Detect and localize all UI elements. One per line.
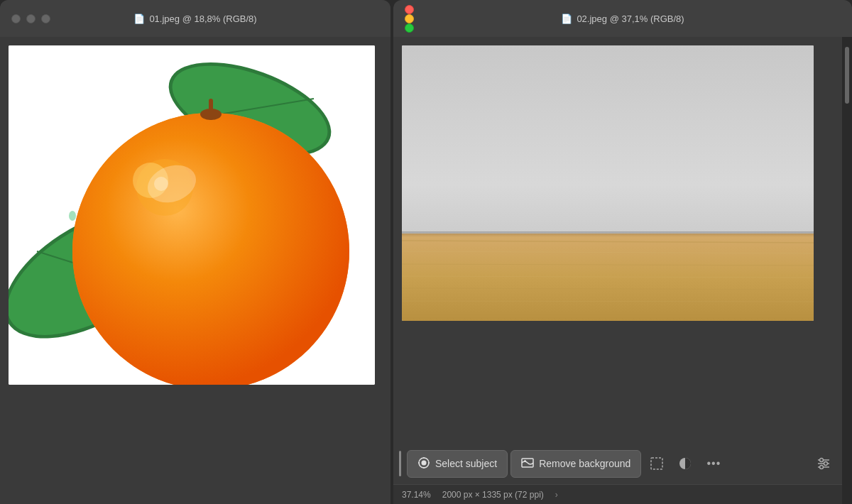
toolbar: Select subject Remove background [393, 443, 842, 484]
svg-rect-15 [209, 99, 213, 120]
window-title-right: 📄 02.jpeg @ 37,1% (RGB/8) [561, 13, 684, 24]
crop-icon [650, 456, 664, 471]
more-options-icon: ••• [706, 457, 721, 470]
canvas-right [393, 37, 842, 443]
svg-point-7 [69, 211, 76, 221]
svg-point-35 [524, 460, 526, 462]
window-right: 📄 02.jpeg @ 37,1% (RGB/8) [393, 0, 852, 504]
document-icon-right: 📄 [561, 13, 572, 24]
image-right [402, 45, 814, 321]
traffic-lights-right [405, 5, 414, 33]
orange-illustration [9, 45, 375, 385]
select-subject-icon [417, 456, 430, 471]
maximize-button-right[interactable] [405, 23, 414, 33]
statusbar: 37.14% 2000 px × 1335 px (72 ppi) › [393, 484, 842, 504]
maximize-button-left[interactable] [41, 14, 50, 23]
image-left [9, 45, 375, 385]
svg-rect-27 [402, 231, 814, 237]
right-content: Select subject Remove background [393, 37, 852, 504]
adjustments-button[interactable] [811, 451, 836, 476]
svg-point-42 [824, 462, 828, 466]
select-subject-label: Select subject [435, 458, 497, 469]
svg-point-41 [820, 459, 824, 462]
svg-rect-36 [651, 458, 662, 469]
zoom-level: 37.14% [402, 490, 431, 500]
minimize-button-left[interactable] [26, 14, 36, 23]
statusbar-arrow[interactable]: › [555, 490, 558, 500]
halftone-button[interactable] [672, 451, 698, 476]
canvas-left [0, 37, 390, 504]
room-illustration [402, 45, 814, 321]
adjustments-icon [816, 456, 831, 471]
close-button-left[interactable] [11, 14, 21, 23]
titlebar-left: 📄 01.jpeg @ 18,8% (RGB/8) [0, 0, 390, 37]
document-icon-left: 📄 [133, 13, 145, 24]
title-text-right: 02.jpeg @ 37,1% (RGB/8) [577, 13, 684, 24]
traffic-lights-left [11, 14, 50, 23]
toolbar-divider [399, 451, 401, 476]
close-button-right[interactable] [405, 5, 414, 14]
crop-button[interactable] [644, 451, 670, 476]
scrollbar-right[interactable] [842, 37, 852, 504]
right-main: Select subject Remove background [393, 37, 842, 504]
svg-rect-18 [402, 45, 814, 244]
halftone-icon [678, 456, 692, 471]
select-subject-button[interactable]: Select subject [407, 450, 508, 478]
remove-background-icon [521, 456, 534, 471]
titlebar-right: 📄 02.jpeg @ 37,1% (RGB/8) [393, 0, 852, 37]
remove-background-button[interactable]: Remove background [510, 450, 641, 478]
svg-point-29 [422, 460, 427, 465]
window-title-left: 📄 01.jpeg @ 18,8% (RGB/8) [133, 13, 256, 24]
scrollbar-thumb[interactable] [845, 47, 849, 104]
image-dimensions: 2000 px × 1335 px (72 ppi) [442, 490, 544, 500]
window-left: 📄 01.jpeg @ 18,8% (RGB/8) [0, 0, 390, 504]
remove-background-label: Remove background [539, 458, 630, 469]
more-options-button[interactable]: ••• [701, 451, 726, 476]
svg-point-43 [820, 466, 824, 469]
title-text-left: 01.jpeg @ 18,8% (RGB/8) [149, 13, 256, 24]
minimize-button-right[interactable] [405, 14, 414, 23]
svg-point-10 [72, 113, 349, 385]
